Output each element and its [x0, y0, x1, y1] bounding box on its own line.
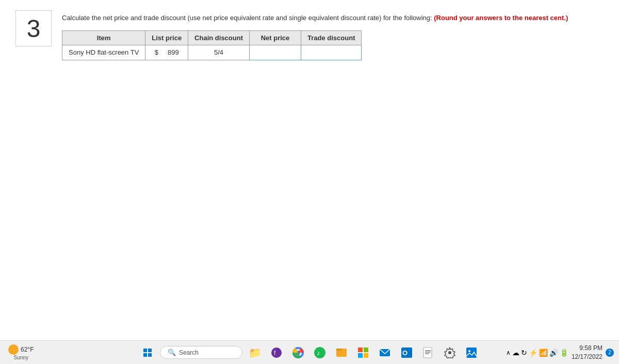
taskbar-photos[interactable] [462, 343, 481, 362]
wifi-icon[interactable]: 📶 [539, 349, 548, 357]
weather-condition: Sunny [14, 355, 28, 360]
volume-icon[interactable]: 🔊 [549, 349, 558, 357]
svg-point-20 [448, 351, 451, 354]
data-table: Item List price Chain discount Net price… [62, 30, 362, 60]
cell-list-price-symbol: $ 899 [145, 45, 188, 60]
taskbar-purple-app[interactable]: f [267, 343, 286, 362]
cell-item: Sony HD flat-screen TV [62, 45, 145, 60]
search-bar[interactable]: 🔍 Search [160, 346, 242, 359]
taskbar-outlook[interactable]: O [397, 343, 416, 362]
chevron-up-icon[interactable]: ∧ [506, 349, 511, 356]
svg-point-0 [271, 348, 282, 358]
weather[interactable]: 62°F Sunny [4, 344, 38, 360]
cell-trade-discount-input[interactable] [301, 45, 362, 60]
question-number: 3 [15, 10, 52, 46]
table-row: Sony HD flat-screen TV $ 899 5/4 [62, 45, 362, 60]
taskbar-center: 🔍 Search 📁 f ♪ [138, 343, 481, 362]
cell-net-price-input[interactable] [250, 45, 301, 60]
taskbar-left: 62°F Sunny [0, 344, 38, 360]
taskbar-notepad[interactable] [419, 343, 437, 362]
taskbar-mail[interactable] [376, 343, 394, 362]
system-clock[interactable]: 9:58 PM 12/17/2022 [572, 344, 602, 361]
clock-date: 12/17/2022 [572, 353, 602, 361]
taskbar-ms-store[interactable] [354, 343, 372, 362]
bluetooth-icon[interactable]: ⚡ [529, 349, 537, 357]
main-content: 3 Calculate the net price and trade disc… [0, 0, 619, 340]
cell-chain-discount: 5/4 [188, 45, 250, 60]
svg-rect-9 [358, 348, 363, 352]
taskbar-files[interactable] [332, 343, 351, 362]
cloud-icon[interactable]: ☁ [512, 349, 519, 357]
svg-rect-12 [364, 353, 368, 358]
search-label: Search [179, 349, 199, 356]
search-icon: 🔍 [168, 349, 176, 356]
svg-point-22 [468, 350, 470, 352]
start-button[interactable] [138, 343, 157, 362]
svg-rect-10 [364, 348, 368, 352]
col-chain-discount: Chain discount [188, 30, 250, 45]
svg-text:♪: ♪ [317, 349, 320, 357]
question-block: 3 Calculate the net price and trade disc… [15, 10, 604, 60]
taskbar-file-explorer[interactable]: 📁 [246, 343, 264, 362]
windows-icon [143, 349, 152, 357]
taskbar: 62°F Sunny 🔍 Search 📁 f [0, 340, 619, 364]
svg-text:O: O [402, 349, 408, 357]
taskbar-spotify[interactable]: ♪ [311, 343, 329, 362]
clock-time: 9:58 PM [572, 344, 602, 353]
taskbar-right: ∧ ☁ ↻ ⚡ 📶 🔊 🔋 9:58 PM 12/17/2022 2 [506, 344, 619, 361]
refresh-icon[interactable]: ↻ [521, 349, 527, 357]
weather-temp: 62°F [21, 346, 34, 353]
col-trade-discount: Trade discount [301, 30, 362, 45]
system-tray-icons: ∧ ☁ ↻ ⚡ 📶 🔊 🔋 [506, 349, 568, 357]
svg-rect-8 [336, 349, 341, 351]
taskbar-settings[interactable] [441, 343, 459, 362]
taskbar-chrome[interactable] [289, 343, 307, 362]
col-item: Item [62, 30, 145, 45]
svg-rect-21 [466, 348, 477, 358]
question-text-before: Calculate the net price and trade discou… [62, 14, 434, 22]
col-net-price: Net price [250, 30, 301, 45]
svg-rect-16 [423, 348, 432, 358]
question-highlight: (Round your answers to the nearest cent.… [434, 14, 568, 22]
col-list-price: List price [145, 30, 188, 45]
question-text: Calculate the net price and trade discou… [62, 10, 568, 60]
battery-icon[interactable]: 🔋 [560, 349, 568, 357]
notification-badge[interactable]: 2 [606, 349, 614, 357]
weather-sun-icon [8, 344, 19, 355]
svg-rect-11 [358, 353, 363, 358]
